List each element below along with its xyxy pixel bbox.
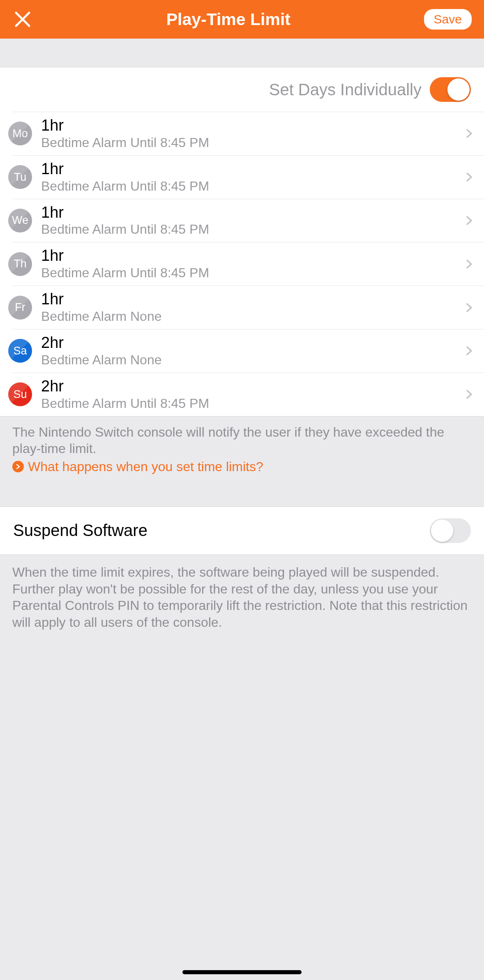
day-badge: Su xyxy=(8,382,32,406)
day-badge: Th xyxy=(8,252,32,276)
day-value: 1hr xyxy=(41,247,464,265)
day-row-mo[interactable]: Mo1hrBedtime Alarm Until 8:45 PM xyxy=(12,112,484,156)
day-value: 1hr xyxy=(41,291,464,308)
day-content: 1hrBedtime Alarm Until 8:45 PM xyxy=(41,117,464,150)
chevron-right-icon xyxy=(464,346,474,356)
day-row-fr[interactable]: Fr1hrBedtime Alarm None xyxy=(12,286,484,329)
home-indicator xyxy=(182,970,302,974)
chevron-right-icon xyxy=(464,172,474,182)
spacer xyxy=(0,486,484,506)
day-value: 2hr xyxy=(41,378,464,395)
chevron-right-icon xyxy=(464,216,474,225)
day-subtitle: Bedtime Alarm Until 8:45 PM xyxy=(41,265,464,281)
day-content: 1hrBedtime Alarm Until 8:45 PM xyxy=(41,204,464,237)
set-days-individually-toggle[interactable] xyxy=(430,77,471,102)
suspend-label: Suspend Software xyxy=(13,521,148,540)
suspend-desc: When the time limit expires, the softwar… xyxy=(0,555,484,640)
day-subtitle: Bedtime Alarm Until 8:45 PM xyxy=(41,179,464,194)
day-subtitle: Bedtime Alarm Until 8:45 PM xyxy=(41,396,464,411)
info-footer: The Nintendo Switch console will notify … xyxy=(0,416,484,486)
chevron-right-circle-icon xyxy=(12,461,24,472)
day-value: 2hr xyxy=(41,334,464,352)
chevron-right-icon xyxy=(464,389,474,399)
info-link-label: What happens when you set time limits? xyxy=(28,459,263,474)
day-badge: Fr xyxy=(8,296,32,320)
spacer xyxy=(0,39,484,67)
day-content: 1hrBedtime Alarm Until 8:45 PM xyxy=(41,247,464,281)
day-content: 1hrBedtime Alarm Until 8:45 PM xyxy=(41,161,464,194)
day-row-we[interactable]: We1hrBedtime Alarm Until 8:45 PM xyxy=(12,199,484,243)
day-badge: Sa xyxy=(8,339,32,363)
page-title: Play-Time Limit xyxy=(33,10,424,29)
day-content: 2hrBedtime Alarm Until 8:45 PM xyxy=(41,378,464,411)
day-row-su[interactable]: Su2hrBedtime Alarm Until 8:45 PM xyxy=(12,373,484,416)
day-subtitle: Bedtime Alarm Until 8:45 PM xyxy=(41,222,464,237)
suspend-software-row: Suspend Software xyxy=(0,506,484,555)
set-days-individually-row: Set Days Individually xyxy=(12,67,484,112)
days-section: Set Days Individually Mo1hrBedtime Alarm… xyxy=(0,67,484,416)
day-badge: We xyxy=(8,209,32,232)
day-value: 1hr xyxy=(41,204,464,221)
header: Play-Time Limit Save xyxy=(0,0,484,39)
suspend-software-toggle[interactable] xyxy=(430,518,471,543)
days-list: Mo1hrBedtime Alarm Until 8:45 PMTu1hrBed… xyxy=(0,112,484,416)
home-indicator-wrap xyxy=(0,970,484,974)
info-desc: The Nintendo Switch console will notify … xyxy=(12,424,472,457)
day-value: 1hr xyxy=(41,117,464,134)
close-icon[interactable] xyxy=(12,9,33,30)
day-content: 1hrBedtime Alarm None xyxy=(41,291,464,324)
day-subtitle: Bedtime Alarm Until 8:45 PM xyxy=(41,135,464,150)
chevron-right-icon xyxy=(464,259,474,269)
day-row-tu[interactable]: Tu1hrBedtime Alarm Until 8:45 PM xyxy=(12,156,484,199)
day-subtitle: Bedtime Alarm None xyxy=(41,352,464,368)
day-row-th[interactable]: Th1hrBedtime Alarm Until 8:45 PM xyxy=(12,242,484,286)
day-content: 2hrBedtime Alarm None xyxy=(41,334,464,368)
day-badge: Tu xyxy=(8,165,32,189)
day-row-sa[interactable]: Sa2hrBedtime Alarm None xyxy=(12,329,484,373)
chevron-right-icon xyxy=(464,129,474,138)
day-subtitle: Bedtime Alarm None xyxy=(41,309,464,324)
day-badge: Mo xyxy=(8,122,32,145)
day-value: 1hr xyxy=(41,161,464,178)
info-link[interactable]: What happens when you set time limits? xyxy=(12,459,472,474)
chevron-right-icon xyxy=(464,303,474,313)
toggle-label: Set Days Individually xyxy=(269,81,422,99)
save-button[interactable]: Save xyxy=(424,9,472,30)
